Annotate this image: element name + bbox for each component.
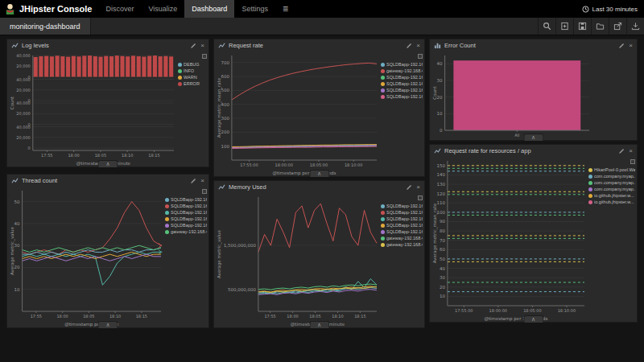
legend-item[interactable]: ERROR: [178, 80, 207, 87]
legend-toggle-icon[interactable]: [202, 54, 207, 59]
edit-panel-icon[interactable]: [406, 184, 412, 191]
legend-item[interactable]: gateway-192.168.43...: [381, 68, 423, 74]
close-panel-icon[interactable]: ×: [629, 148, 633, 154]
collapse-panel-button[interactable]: ∧: [523, 134, 543, 141]
legend-item[interactable]: SQLDBapp-192.168.4...: [381, 216, 423, 222]
edit-panel-icon[interactable]: [406, 43, 412, 49]
legend-item[interactable]: SQLDBapp-192.168.4...: [165, 203, 207, 209]
svg-text:Average metric_mean_rate: Average metric_mean_rate: [432, 203, 438, 263]
dashboard-title[interactable]: monitoring-dashboard: [0, 18, 91, 35]
close-panel-icon[interactable]: ×: [200, 178, 204, 184]
legend-item[interactable]: SQLDBapp-192.168.4...: [381, 209, 423, 216]
legend-item[interactable]: SQLDBapp-192.168.4...: [381, 80, 423, 87]
close-panel-icon[interactable]: ×: [200, 43, 204, 49]
dashboard-toolbar: monitoring-dashboard: [0, 18, 644, 35]
legend-item[interactable]: SQLDBapp-192.168.4...: [165, 222, 207, 228]
legend-item[interactable]: SQLDBapp-192.168.4...: [381, 74, 423, 80]
svg-text:50: 50: [14, 200, 20, 204]
svg-text:All: All: [514, 133, 519, 138]
legend-item[interactable]: SQLDBapp-192.168.4...: [381, 203, 423, 209]
line-chart-icon: [218, 42, 225, 49]
legend-toggle-icon[interactable]: [630, 159, 635, 164]
share-dashboard-button[interactable]: [609, 18, 626, 35]
legend-item[interactable]: io.github.jhipster.w...: [588, 192, 635, 199]
edit-panel-icon[interactable]: [618, 148, 625, 154]
legend-item[interactable]: com.company.myap...: [588, 186, 635, 192]
svg-text:Count: Count: [432, 85, 437, 99]
legend-item[interactable]: SQLDBapp-192.168.4...: [381, 228, 423, 235]
panel-header[interactable]: Thread count ×: [7, 175, 208, 187]
panel-header[interactable]: Error Count ×: [430, 39, 637, 51]
collapse-panel-button[interactable]: ∧: [309, 321, 329, 328]
line-chart-icon: [218, 183, 225, 191]
panel-header[interactable]: Log levels ×: [7, 39, 208, 51]
collapse-panel-button[interactable]: ∧: [97, 321, 118, 328]
legend-item[interactable]: com.company.myap...: [588, 179, 635, 186]
collapse-panel-button[interactable]: ∧: [97, 160, 118, 167]
legend-item[interactable]: SQLDBapp-192.168.4...: [381, 93, 423, 100]
svg-text:17:55: 17:55: [31, 314, 42, 319]
legend-item[interactable]: gateway-192.168.43...: [165, 228, 207, 235]
nav-item-dashboard[interactable]: Dashboard: [184, 0, 234, 18]
svg-text:20,000: 20,000: [16, 88, 31, 93]
save-dashboard-button[interactable]: [573, 18, 591, 35]
legend-toggle-icon[interactable]: [202, 189, 207, 194]
jhipster-logo-icon: [4, 3, 16, 15]
collapse-panel-button[interactable]: ∧: [523, 315, 543, 323]
memory-used-chart: 1,500,000,000500,000,00017:5518:0018:051…: [214, 193, 379, 327]
edit-panel-icon[interactable]: [190, 43, 196, 49]
legend-item[interactable]: SQLDBapp-192.168.4...: [381, 87, 423, 93]
legend-item[interactable]: SQLDBapp-192.168.4...: [381, 61, 423, 68]
legend-toggle-icon[interactable]: [418, 195, 423, 200]
query-input[interactable]: [91, 18, 538, 35]
svg-text:30: 30: [14, 243, 20, 248]
panel-title: Thread count: [22, 177, 187, 184]
close-panel-icon[interactable]: ×: [416, 184, 420, 191]
legend-item[interactable]: gateway-192.168.43...: [381, 235, 423, 241]
panel-error-count: Error Count × 403020100AllCount ∧: [429, 39, 638, 141]
legend-toggle-icon[interactable]: [418, 54, 423, 59]
new-dashboard-button[interactable]: [555, 18, 573, 35]
panel-header[interactable]: Request rate ×: [214, 39, 424, 51]
folder-icon: [596, 22, 605, 31]
search-button[interactable]: [538, 18, 555, 35]
edit-panel-icon[interactable]: [190, 178, 196, 184]
svg-text:0: 0: [440, 128, 443, 133]
nav-item-visualize[interactable]: Visualize: [141, 0, 184, 18]
close-panel-icon[interactable]: ×: [629, 43, 633, 49]
legend-item[interactable]: HikariPool-0.pool.Wait: [588, 167, 635, 173]
legend-item[interactable]: SQLDBapp-192.168.4...: [381, 222, 423, 228]
panel-thread-count: Thread count × 504030201017:5518:0018:05…: [6, 174, 209, 328]
save-icon: [578, 22, 587, 31]
panel-request-rate: Request rate × 70060050040030020010017:5…: [213, 39, 425, 177]
panel-header[interactable]: Request rate for resources / app ×: [430, 145, 637, 157]
legend-item[interactable]: DEBUG: [178, 61, 207, 68]
legend-item[interactable]: SQLDBapp-192.168.4...: [165, 216, 207, 222]
panel-header[interactable]: Memory Used ×: [214, 181, 424, 193]
load-dashboard-button[interactable]: [591, 18, 609, 35]
brand[interactable]: JHipster Console: [0, 0, 98, 18]
svg-text:90: 90: [440, 219, 445, 224]
legend-item[interactable]: WARN: [178, 74, 207, 80]
collapse-panel-button[interactable]: ∧: [309, 170, 329, 177]
svg-text:40: 40: [14, 221, 20, 226]
legend-item[interactable]: SQLDBapp-192.168.4...: [165, 209, 207, 216]
legend-item[interactable]: com.company.myap...: [588, 173, 635, 179]
svg-text:20,000: 20,000: [16, 111, 31, 116]
svg-text:18:15: 18:15: [148, 153, 159, 158]
chart-legend: SQLDBapp-192.168.4...SQLDBapp-192.168.4.…: [163, 187, 208, 327]
legend-item[interactable]: SQLDBapp-192.168.4...: [165, 196, 207, 203]
nav-item-settings[interactable]: Settings: [234, 0, 275, 18]
legend-item[interactable]: INFO: [178, 68, 207, 74]
svg-text:10: 10: [14, 287, 20, 292]
menu-icon[interactable]: ≡: [275, 0, 295, 18]
edit-panel-icon[interactable]: [618, 43, 625, 49]
close-panel-icon[interactable]: ×: [416, 43, 420, 49]
svg-text:110: 110: [436, 200, 445, 205]
nav-item-discover[interactable]: Discover: [98, 0, 141, 18]
time-picker-button[interactable]: Last 30 minutes: [576, 0, 644, 18]
chart-legend: SQLDBapp-192.168.4...gateway-192.168.43.…: [379, 51, 424, 176]
export-button[interactable]: [626, 18, 644, 35]
legend-item[interactable]: gateway-192.168.43...: [381, 241, 423, 248]
legend-item[interactable]: io.github.jhipster.w...: [588, 199, 635, 205]
